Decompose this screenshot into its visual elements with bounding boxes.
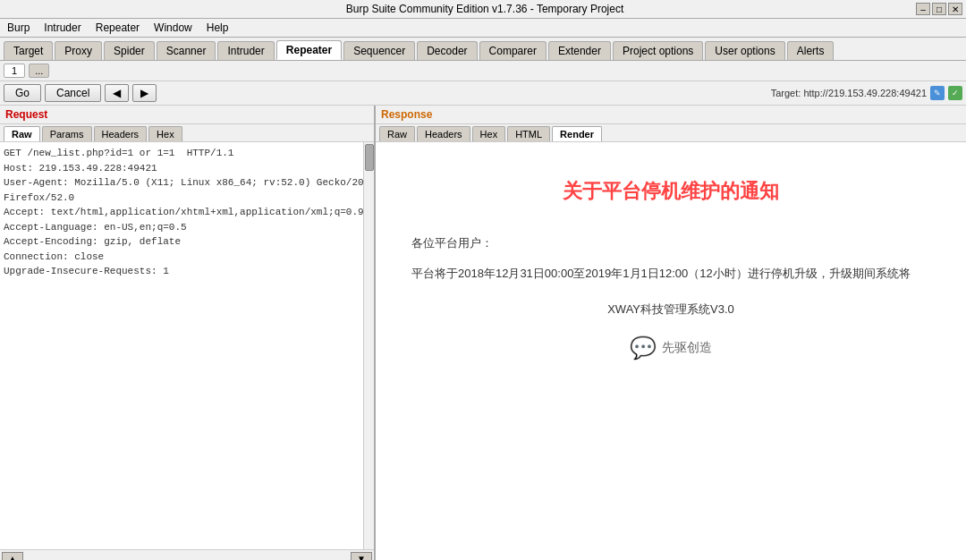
response-body-text: 平台将于2018年12月31日00:00至2019年1月1日12:00（12小时… — [411, 262, 930, 285]
tab-decoder[interactable]: Decoder — [417, 41, 477, 60]
window-title: Burp Suite Community Edition v1.7.36 - T… — [54, 3, 916, 15]
maximize-button[interactable]: □ — [932, 3, 946, 15]
response-content: 关于平台停机维护的通知 各位平台用户： 平台将于2018年12月31日00:00… — [376, 142, 966, 560]
tab-target[interactable]: Target — [4, 41, 53, 60]
request-tab-hex[interactable]: Hex — [148, 126, 182, 141]
response-body: 各位平台用户： 平台将于2018年12月31日00:00至2019年1月1日12… — [411, 232, 930, 293]
request-tabs: Raw Params Headers Hex — [0, 124, 374, 142]
response-logo: 💬 先驱创造 — [630, 335, 712, 361]
request-tab-params[interactable]: Params — [42, 126, 92, 141]
cancel-button[interactable]: Cancel — [45, 84, 101, 102]
action-bar: Go Cancel ◀ ▶ Target: http://219.153.49.… — [0, 81, 966, 106]
tab-user-options[interactable]: User options — [705, 41, 784, 60]
response-header: Response — [376, 106, 966, 124]
request-scroll-bottom: ▲ ▼ — [0, 549, 374, 560]
tab-spider[interactable]: Spider — [104, 41, 155, 60]
menu-burp[interactable]: Burp — [4, 21, 33, 35]
response-tab-hex[interactable]: Hex — [472, 126, 506, 141]
window-controls[interactable]: – □ ✕ — [916, 3, 966, 15]
request-text: GET /new_list.php?id=1 or 1=1 HTTP/1.1 H… — [4, 146, 370, 279]
scroll-thumb[interactable] — [365, 144, 374, 171]
tab-proxy[interactable]: Proxy — [55, 41, 102, 60]
main-tab-bar: Target Proxy Spider Scanner Intruder Rep… — [0, 38, 966, 61]
repeater-tab-row: 1 ... — [0, 61, 966, 81]
tab-intruder[interactable]: Intruder — [217, 41, 274, 60]
response-title: 关于平台停机维护的通知 — [563, 178, 779, 205]
target-label: Target: http://219.153.49.228:49421 — [771, 88, 927, 98]
request-tab-headers[interactable]: Headers — [94, 126, 148, 141]
repeater-tab-dots[interactable]: ... — [29, 64, 49, 78]
tab-repeater[interactable]: Repeater — [276, 40, 342, 60]
close-button[interactable]: ✕ — [948, 3, 962, 15]
main-content: Request Raw Params Headers Hex GET /new_… — [0, 106, 966, 560]
minimize-button[interactable]: – — [916, 3, 930, 15]
response-greeting: 各位平台用户： — [411, 232, 930, 255]
title-bar: Burp Suite Community Edition v1.7.36 - T… — [0, 0, 966, 19]
target-display: Target: http://219.153.49.228:49421 ✎ ✓ — [771, 86, 962, 100]
request-pane: Request Raw Params Headers Hex GET /new_… — [0, 106, 376, 560]
response-pane: Response Raw Headers Hex HTML Render 关于平… — [376, 106, 966, 560]
tab-sequencer[interactable]: Sequencer — [343, 41, 415, 60]
menu-repeater[interactable]: Repeater — [92, 21, 143, 35]
response-tab-html[interactable]: HTML — [507, 126, 550, 141]
logo-icon: 💬 — [630, 335, 657, 361]
tab-extender[interactable]: Extender — [548, 41, 611, 60]
forward-button[interactable]: ▶ — [132, 84, 157, 102]
response-tab-render[interactable]: Render — [552, 126, 602, 141]
response-tab-headers[interactable]: Headers — [417, 126, 470, 141]
response-tabs: Raw Headers Hex HTML Render — [376, 124, 966, 142]
tab-comparer[interactable]: Comparer — [479, 41, 547, 60]
request-scrollbar[interactable] — [363, 142, 374, 549]
logo-text: 先驱创造 — [662, 340, 712, 356]
request-content[interactable]: GET /new_list.php?id=1 or 1=1 HTTP/1.1 H… — [0, 142, 374, 549]
menu-intruder[interactable]: Intruder — [40, 21, 84, 35]
request-tab-raw[interactable]: Raw — [4, 126, 40, 141]
target-edit-icon[interactable]: ✎ — [930, 86, 945, 100]
tab-project-options[interactable]: Project options — [613, 41, 703, 60]
target-check-icon[interactable]: ✓ — [948, 86, 962, 100]
menu-bar: Burp Intruder Repeater Window Help — [0, 19, 966, 38]
menu-help[interactable]: Help — [203, 21, 233, 35]
scroll-up-arrow[interactable]: ▲ — [2, 552, 23, 560]
scroll-down-arrow[interactable]: ▼ — [351, 552, 372, 560]
back-button[interactable]: ◀ — [105, 84, 129, 102]
response-tab-raw[interactable]: Raw — [379, 126, 415, 141]
go-button[interactable]: Go — [4, 84, 41, 102]
menu-window[interactable]: Window — [150, 21, 196, 35]
repeater-tab-1[interactable]: 1 — [4, 64, 25, 78]
tab-scanner[interactable]: Scanner — [157, 41, 216, 60]
tab-alerts[interactable]: Alerts — [787, 41, 835, 60]
request-header: Request — [0, 106, 374, 124]
response-signature: XWAY科技管理系统V3.0 — [607, 301, 734, 318]
